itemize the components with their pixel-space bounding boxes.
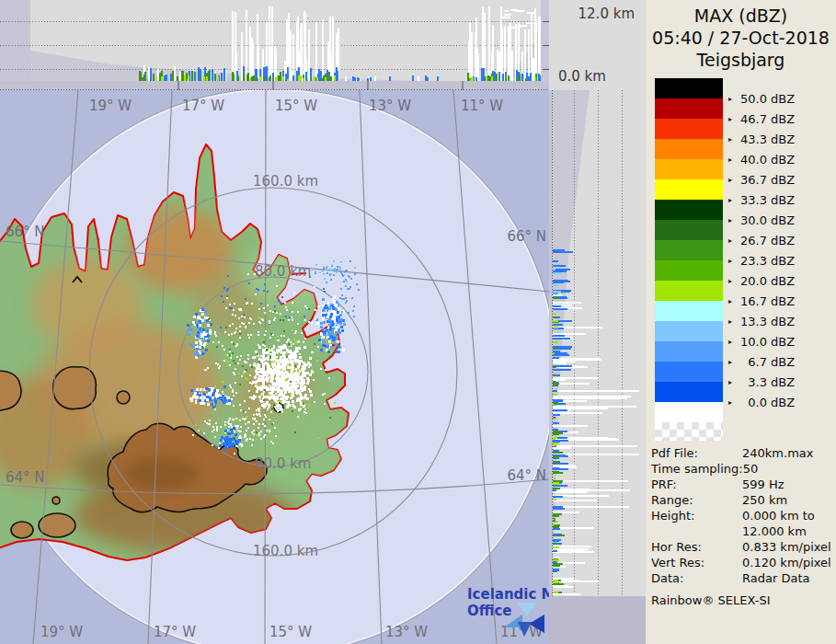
map-area: 19° W 17° W 15° W 13° W 11° W 19° W 17° … xyxy=(0,88,571,644)
lon-label-top: 11° W xyxy=(461,98,503,114)
legend-threshold-label: ▸10.0dBZ xyxy=(728,334,795,349)
legend-threshold-label: ▸3.3dBZ xyxy=(728,374,795,389)
legend-transparent-band xyxy=(655,422,723,441)
legend-color-band xyxy=(655,220,723,240)
legend-threshold-label: ▸30.0dBZ xyxy=(728,213,795,227)
radar-map-scene: 19° W 17° W 15° W 13° W 11° W 19° W 17° … xyxy=(0,0,646,644)
product-header: MAX (dBZ) 05:40 / 27-Oct-2018 Teigsbjarg xyxy=(646,5,836,71)
metadata-label: Range: xyxy=(651,492,742,508)
lat-label-left: 66° N xyxy=(6,224,45,240)
legend-color-band xyxy=(655,139,723,159)
info-panel: MAX (dBZ) 05:40 / 27-Oct-2018 Teigsbjarg… xyxy=(646,0,836,644)
lon-label-top: 17° W xyxy=(182,98,224,114)
reflectivity-legend: ▸50.0dBZ▸46.7dBZ▸43.3dBZ▸40.0dBZ▸36.7dBZ… xyxy=(655,78,834,446)
metadata-value: 599 Hz xyxy=(742,477,784,492)
software-brand: Rainbow® SELEX-SI xyxy=(651,593,771,607)
metadata-value: Radar Data xyxy=(742,570,809,586)
metadata-label: PRF: xyxy=(651,477,742,492)
legend-threshold-label: ▸13.3dBZ xyxy=(728,314,795,328)
product-metadata: Pdf File:240km.maxTime sampling:50PRF:59… xyxy=(651,445,835,586)
legend-color-band xyxy=(655,159,723,179)
legend-color-band xyxy=(655,179,723,200)
legend-threshold-label: ▸33.3dBZ xyxy=(728,192,795,207)
height-max-label: 12.0 km xyxy=(578,6,635,22)
lon-label-bottom: 19° W xyxy=(40,624,83,640)
radar-display-window: 19° W 17° W 15° W 13° W 11° W 19° W 17° … xyxy=(0,0,836,644)
metadata-row: Pdf File:240km.max xyxy=(651,445,835,461)
legend-color-band xyxy=(655,200,723,220)
legend-threshold-label: ▸23.3dBZ xyxy=(728,253,795,268)
legend-threshold-label: ▸20.0dBZ xyxy=(728,273,795,288)
metadata-row: Vert Res:0.120 km/pixel xyxy=(651,555,835,570)
height-axis-box: 12.0 km 0.0 km xyxy=(543,0,646,90)
lon-label-bottom: 13° W xyxy=(385,624,428,640)
right-profile-left-margin xyxy=(549,90,553,596)
legend-color-band xyxy=(655,98,723,119)
lon-label-top: 13° W xyxy=(369,98,411,114)
legend-threshold-label: ▸43.3dBZ xyxy=(728,132,795,146)
metadata-row: Range:250 km xyxy=(651,492,835,508)
metadata-value: 0.000 km to 12.000 km xyxy=(742,508,815,539)
lon-label-top: 19° W xyxy=(89,98,132,114)
lon-label-bottom: 17° W xyxy=(154,624,196,640)
metadata-label: Vert Res: xyxy=(651,555,742,570)
legend-threshold-label: ▸6.7dBZ xyxy=(728,354,795,369)
legend-color-band xyxy=(655,281,723,301)
product-title: MAX (dBZ) xyxy=(646,5,836,27)
top-profile-axis-band xyxy=(0,81,549,90)
height-min-label: 0.0 km xyxy=(558,68,606,85)
metadata-row: Hor Res:0.833 km/pixel xyxy=(651,539,835,555)
lon-label-bottom: 15° W xyxy=(269,624,312,640)
legend-threshold-label: ▸26.7dBZ xyxy=(728,233,795,247)
metadata-label: Hor Res: xyxy=(651,539,742,555)
metadata-value: 240km.max xyxy=(742,445,813,461)
legend-color-band xyxy=(655,301,723,321)
legend-threshold-label: ▸0.0dBZ xyxy=(728,395,795,409)
ring-label: 80.0 km xyxy=(255,263,311,280)
legend-below-threshold-band xyxy=(655,402,723,422)
lat-label-right: 66° N xyxy=(507,228,546,245)
lat-label-right: 64° N xyxy=(507,467,546,484)
legend-color-band xyxy=(655,78,723,98)
metadata-label: Data: xyxy=(651,570,742,586)
legend-color-band xyxy=(655,382,723,402)
metadata-row: Data:Radar Data xyxy=(651,570,835,586)
metadata-value: 0.833 km/pixel xyxy=(742,539,831,555)
metadata-label: Height: xyxy=(651,508,742,539)
metadata-label: Time sampling: xyxy=(651,461,743,477)
metadata-row: Height:0.000 km to 12.000 km xyxy=(651,508,835,539)
metadata-label: Pdf File: xyxy=(651,445,742,461)
imo-logo-text2: Office xyxy=(467,603,512,619)
right-profile-bottom-margin xyxy=(549,596,646,644)
legend-color-band xyxy=(655,260,723,281)
right-height-profile xyxy=(549,90,646,644)
legend-color-band xyxy=(655,321,723,341)
metadata-value: 50 xyxy=(743,461,759,477)
ring-label: 160.0 km xyxy=(253,543,318,559)
product-datetime: 05:40 / 27-Oct-2018 xyxy=(646,27,836,49)
legend-threshold-label: ▸40.0dBZ xyxy=(728,152,795,167)
legend-threshold-label: ▸50.0dBZ xyxy=(728,91,795,106)
lat-label-left: 64° N xyxy=(6,469,45,486)
metadata-value: 250 km xyxy=(742,492,787,508)
ring-label: 160.0 km xyxy=(253,173,318,190)
legend-color-band xyxy=(655,240,723,260)
top-profile-left-margin xyxy=(0,0,30,81)
legend-threshold-label: ▸16.7dBZ xyxy=(728,293,795,308)
legend-color-band xyxy=(655,362,723,382)
legend-color-band xyxy=(655,341,723,362)
ring-label: 80.0 km xyxy=(255,455,311,472)
radar-station-name: Teigsbjarg xyxy=(646,49,836,71)
metadata-row: PRF:599 Hz xyxy=(651,477,835,492)
legend-color-band xyxy=(655,119,723,139)
lon-label-top: 15° W xyxy=(275,98,317,114)
metadata-row: Time sampling:50 xyxy=(651,461,835,477)
legend-threshold-label: ▸46.7dBZ xyxy=(728,111,795,126)
metadata-value: 0.120 km/pixel xyxy=(742,555,831,570)
legend-threshold-label: ▸36.7dBZ xyxy=(728,172,795,187)
